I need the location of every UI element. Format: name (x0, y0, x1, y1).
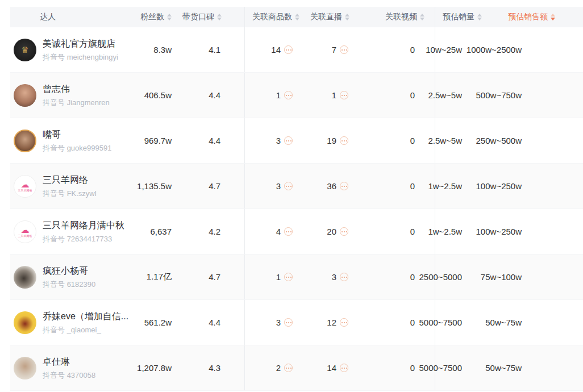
sort-caret-icon[interactable] (420, 14, 424, 20)
related-lives: 36 (304, 164, 356, 208)
column-label: 粉丝数 (140, 12, 164, 22)
influencer-name[interactable]: 乔妹eve（增加自信... (43, 311, 128, 322)
related-products: 2 (244, 345, 304, 390)
fans-count: 1.17亿 (132, 255, 186, 299)
douyin-id-label: 抖音号 (43, 235, 65, 243)
influencer-name[interactable]: 美诚礼官方旗舰店 (43, 38, 118, 49)
column-label: 关联视频 (385, 12, 417, 22)
more-ellipsis-icon[interactable] (284, 136, 293, 145)
sort-caret-icon[interactable] (167, 14, 172, 20)
influencer-table: 达人 粉丝数 带货口碑 关联商品数 关联直播 关联视频 预估销量 预估销售额 (0, 0, 583, 391)
influencer-cell: 嘴哥 抖音号 guoke999591 (10, 118, 132, 163)
more-ellipsis-icon[interactable] (340, 91, 348, 99)
douyin-id-value: FK.szywl (67, 189, 97, 198)
estimated-amount: 50w~75w (492, 300, 583, 345)
estimated-amount: 100w~250w (492, 164, 583, 208)
column-header-fans[interactable]: 粉丝数 (132, 7, 186, 27)
related-videos: 0 (356, 118, 435, 163)
avatar[interactable] (14, 266, 36, 289)
sort-caret-active-desc-icon[interactable] (551, 14, 555, 20)
related-products-count: 3 (276, 136, 281, 145)
column-header-lives[interactable]: 关联直播 (304, 7, 356, 27)
related-lives-count: 1 (332, 90, 336, 100)
more-ellipsis-icon[interactable] (340, 227, 348, 236)
more-ellipsis-icon[interactable] (284, 318, 293, 327)
sort-caret-icon[interactable] (345, 14, 349, 20)
related-videos: 0 (356, 164, 435, 208)
table-row: 嘴哥 抖音号 guoke999591 969.7w 4.4 3 19 0 2.5… (10, 118, 583, 164)
related-lives-count: 20 (327, 227, 336, 236)
related-products-count: 4 (276, 227, 281, 236)
avatar[interactable] (14, 84, 36, 107)
reputation-score: 4.4 (186, 73, 244, 118)
more-ellipsis-icon[interactable] (284, 45, 293, 54)
reputation-score: 4.4 (186, 118, 244, 163)
column-header-products[interactable]: 关联商品数 (244, 7, 304, 27)
influencer-name[interactable]: 三只羊网络 (43, 174, 97, 186)
more-ellipsis-icon[interactable] (284, 91, 293, 99)
related-products-count: 1 (276, 90, 281, 100)
douyin-id-label: 抖音号 (43, 280, 65, 289)
avatar[interactable]: ♛ (14, 39, 36, 61)
influencer-cell: ☁ 三只羊网络 三只羊网络 抖音号 FK.szywl (10, 164, 132, 208)
influencer-info: 曾志伟 抖音号 Jiangmenren (43, 84, 110, 107)
related-lives-count: 3 (332, 272, 336, 282)
more-ellipsis-icon[interactable] (340, 182, 348, 190)
more-ellipsis-icon[interactable] (340, 318, 348, 327)
douyin-id-value: _qiaomei_ (67, 326, 101, 334)
douyin-id-value: guoke999591 (67, 144, 112, 152)
fans-count: 561.2w (132, 300, 186, 345)
more-ellipsis-icon[interactable] (284, 182, 293, 190)
sort-caret-icon[interactable] (217, 14, 222, 20)
related-videos: 0 (356, 73, 435, 118)
related-products: 14 (244, 27, 304, 72)
related-lives: 14 (304, 345, 356, 390)
table-row: ☁ 三只羊网络 三只羊网络月满中秋 抖音号 72634417733 6,637 … (10, 209, 583, 255)
related-videos: 0 (356, 27, 435, 72)
more-ellipsis-icon[interactable] (284, 364, 293, 372)
related-lives: 12 (304, 300, 356, 345)
influencer-name[interactable]: 疯狂小杨哥 (43, 265, 95, 277)
influencer-info: 三只羊网络月满中秋 抖音号 72634417733 (43, 220, 124, 243)
avatar-logo-icon: ☁ (21, 180, 30, 189)
avatar[interactable] (14, 130, 36, 152)
more-ellipsis-icon[interactable] (340, 45, 348, 54)
avatar[interactable]: ☁ 三只羊网络 (14, 220, 36, 243)
related-products-count: 3 (276, 318, 281, 327)
column-header-reputation[interactable]: 带货口碑 (186, 7, 244, 27)
column-header-videos[interactable]: 关联视频 (356, 7, 435, 27)
table-row: 卓仕琳 抖音号 4370058 1,207.8w 4.3 2 14 0 5000… (10, 345, 583, 391)
avatar[interactable] (14, 357, 36, 380)
influencer-name[interactable]: 三只羊网络月满中秋 (43, 220, 124, 231)
related-products: 4 (244, 209, 304, 254)
influencer-name[interactable]: 嘴哥 (43, 129, 111, 140)
column-header-est-amount-sorted[interactable]: 预估销售额 (492, 7, 583, 27)
avatar[interactable]: ☁ 三只羊网络 (14, 175, 36, 198)
douyin-id-label: 抖音号 (43, 189, 65, 198)
related-lives-count: 19 (327, 136, 336, 145)
more-ellipsis-icon[interactable] (340, 136, 348, 145)
fans-count: 6,637 (132, 209, 186, 254)
influencer-info: 乔妹eve（增加自信... 抖音号 _qiaomei_ (43, 311, 128, 334)
more-ellipsis-icon[interactable] (340, 364, 348, 372)
influencer-info: 嘴哥 抖音号 guoke999591 (43, 129, 111, 152)
related-lives-count: 7 (332, 45, 336, 55)
estimated-sales: 5000~7500 (435, 345, 492, 390)
more-ellipsis-icon[interactable] (284, 227, 293, 236)
avatar-logo-text: 三只羊网络 (18, 234, 32, 238)
douyin-id-label: 抖音号 (43, 371, 65, 380)
influencer-name[interactable]: 曾志伟 (43, 84, 110, 95)
more-ellipsis-icon[interactable] (284, 273, 293, 281)
more-ellipsis-icon[interactable] (340, 273, 348, 281)
related-products-count: 3 (276, 181, 281, 191)
influencer-info: 美诚礼官方旗舰店 抖音号 meichengbingyi (43, 38, 118, 61)
sort-caret-icon[interactable] (477, 14, 482, 20)
avatar[interactable] (14, 311, 36, 334)
influencer-name[interactable]: 卓仕琳 (43, 356, 95, 368)
douyin-id-value: 4370058 (67, 371, 96, 380)
column-header-est-sales[interactable]: 预估销量 (435, 7, 492, 27)
sort-caret-icon[interactable] (295, 14, 299, 20)
douyin-id-value: Jiangmenren (67, 98, 110, 107)
influencer-info: 卓仕琳 抖音号 4370058 (43, 356, 95, 380)
douyin-account: 抖音号 FK.szywl (43, 189, 97, 198)
